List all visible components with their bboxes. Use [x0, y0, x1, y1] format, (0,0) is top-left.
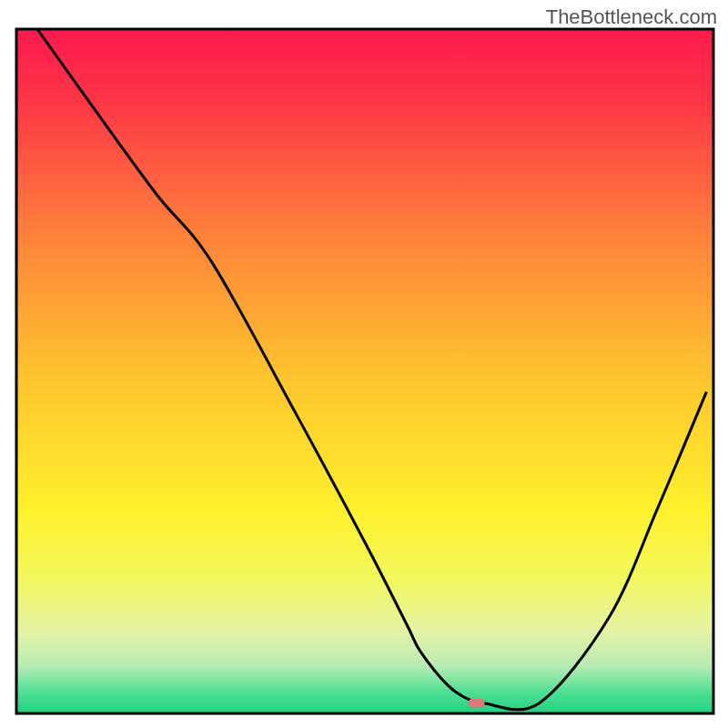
optimal-point-marker	[468, 699, 484, 708]
plot-background	[16, 29, 713, 713]
bottleneck-chart	[0, 0, 728, 728]
chart-container: TheBottleneck.com	[0, 0, 728, 728]
watermark-text: TheBottleneck.com	[546, 5, 717, 29]
